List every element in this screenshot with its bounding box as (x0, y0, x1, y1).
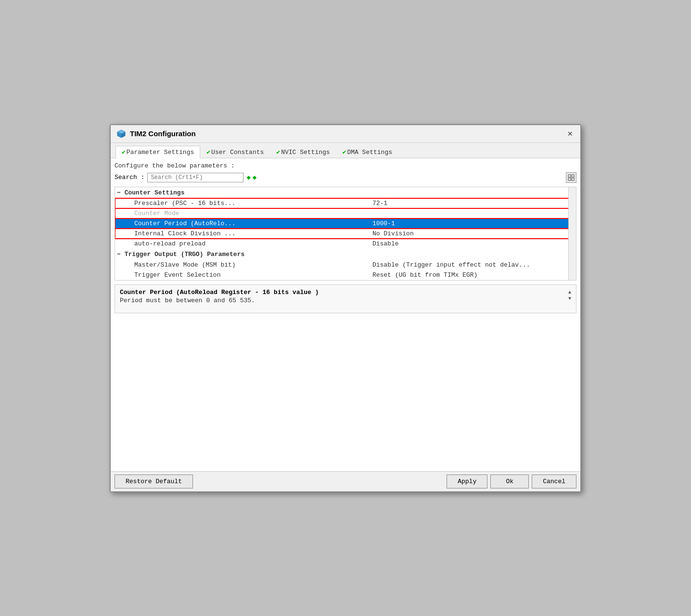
tab-user-constants[interactable]: ✔User Constants (200, 146, 270, 158)
info-title: Counter Period (AutoReload Register - 16… (120, 289, 319, 296)
content-area: Configure the below parameters : Search … (111, 158, 580, 471)
params-table-wrapper: − Counter Settings Prescaler (PSC - 16 b… (115, 187, 576, 281)
apply-button[interactable]: Apply (447, 475, 487, 488)
table-scrollbar[interactable] (568, 187, 576, 280)
tab-parameter-settings[interactable]: ✔Parameter Settings (115, 146, 200, 158)
section-trgo-collapse-icon: − (117, 251, 121, 258)
params-table: − Counter Settings Prescaler (PSC - 16 b… (115, 187, 576, 280)
dialog: TIM2 Configuration × ✔Parameter Settings… (110, 124, 581, 492)
search-input[interactable] (147, 173, 243, 182)
close-button[interactable]: × (565, 129, 575, 138)
info-scroll-indicator: ▲ ▼ (568, 290, 571, 301)
table-row-autoreload[interactable]: auto-reload preload Disable (115, 239, 576, 249)
master-slave-value: Disable (Trigger input effect not delav.… (369, 260, 576, 270)
table-row-counter-mode[interactable]: Counter Mode (115, 208, 576, 218)
search-arrows: ◆ ◆ (246, 173, 256, 181)
search-label: Search : (115, 174, 144, 181)
info-scroll-up[interactable]: ▲ (568, 290, 571, 295)
cube-icon (116, 129, 126, 139)
svg-rect-4 (568, 175, 571, 177)
check-icon-2: ✔ (206, 149, 210, 156)
counter-mode-value (369, 208, 576, 218)
svg-rect-6 (568, 178, 571, 180)
info-desc: Period must be between 0 and 65 535. (120, 297, 319, 304)
title-bar-left: TIM2 Configuration (116, 129, 196, 139)
master-slave-name: Master/Slave Mode (MSM bit) (115, 260, 369, 270)
table-row-prescaler[interactable]: Prescaler (PSC - 16 bits... 72-1 (115, 198, 576, 208)
section-counter-settings[interactable]: − Counter Settings (115, 187, 576, 198)
tab-nvic-settings[interactable]: ✔NVIC Settings (270, 146, 336, 158)
restore-default-button[interactable]: Restore Default (115, 475, 193, 488)
counter-period-name: Counter Period (AutoRelo... (115, 218, 369, 229)
search-row: Search : ◆ ◆ (115, 172, 576, 183)
cancel-button[interactable]: Cancel (532, 475, 576, 488)
table-row-trigger-event[interactable]: Trigger Event Selection Reset (UG bit fr… (115, 270, 576, 280)
section-counter-settings-label: Counter Settings (125, 189, 185, 196)
autoreload-value: Disable (369, 239, 576, 249)
clock-division-value: No Division (369, 229, 576, 239)
tabs-bar: ✔Parameter Settings ✔User Constants ✔NVI… (111, 143, 580, 158)
prescaler-name: Prescaler (PSC - 16 bits... (115, 198, 369, 208)
grid-view-icon[interactable] (566, 172, 576, 183)
section-trgo-label: Trigger Output (TRGO) Parameters (125, 251, 245, 258)
svg-rect-7 (572, 178, 574, 180)
dialog-title: TIM2 Configuration (130, 129, 196, 138)
check-icon-1: ✔ (122, 149, 126, 156)
search-next-icon[interactable]: ◆ (253, 173, 256, 181)
tab-dma-settings[interactable]: ✔DMA Settings (336, 146, 398, 158)
right-buttons: Apply Ok Cancel (447, 475, 576, 488)
check-icon-4: ✔ (343, 149, 346, 156)
title-bar: TIM2 Configuration × (111, 125, 580, 143)
trigger-event-value: Reset (UG bit from TIMx EGR) (369, 270, 576, 280)
prescaler-value: 72-1 (369, 198, 576, 208)
svg-rect-5 (572, 175, 574, 177)
bottom-buttons: Restore Default Apply Ok Cancel (111, 471, 580, 491)
table-row-clock-division[interactable]: Internal Clock Division ... No Division (115, 229, 576, 239)
ok-button[interactable]: Ok (490, 475, 529, 488)
autoreload-name: auto-reload preload (115, 239, 369, 249)
info-scroll-down[interactable]: ▼ (568, 296, 571, 301)
search-prev-icon[interactable]: ◆ (246, 173, 250, 181)
check-icon-3: ✔ (276, 149, 280, 156)
configure-label: Configure the below parameters : (115, 162, 576, 169)
counter-mode-name: Counter Mode (115, 208, 369, 218)
info-panel: Counter Period (AutoReload Register - 16… (115, 284, 576, 313)
trigger-event-name: Trigger Event Selection (115, 270, 369, 280)
table-row-counter-period[interactable]: Counter Period (AutoRelo... 1000-1 (115, 218, 576, 229)
section-collapse-icon: − (117, 189, 121, 196)
section-trigger-output[interactable]: − Trigger Output (TRGO) Parameters (115, 249, 576, 260)
table-row-master-slave[interactable]: Master/Slave Mode (MSM bit) Disable (Tri… (115, 260, 576, 270)
clock-division-name: Internal Clock Division ... (115, 229, 369, 239)
counter-period-value: 1000-1 (369, 218, 576, 229)
